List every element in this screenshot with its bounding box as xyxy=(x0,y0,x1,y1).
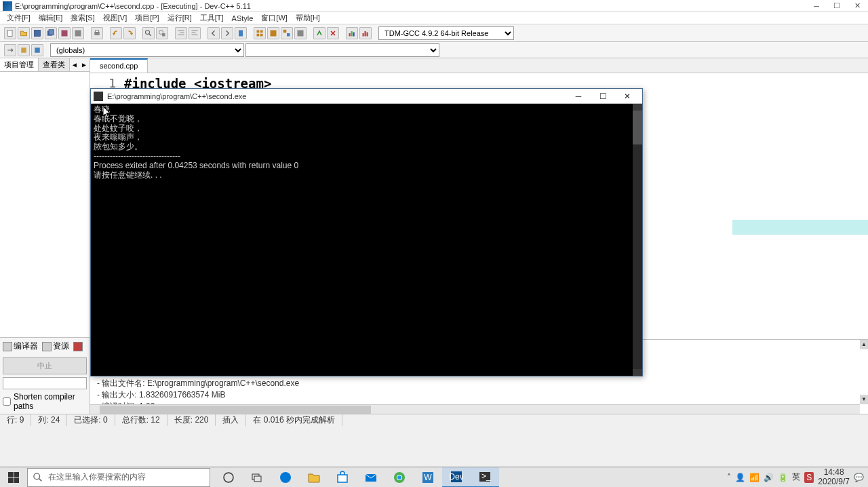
print-button[interactable] xyxy=(91,27,103,39)
close-button[interactable]: ✕ xyxy=(849,1,865,11)
taskbar-search[interactable]: 在这里输入你要搜索的内容 xyxy=(27,468,210,487)
console-maximize-button[interactable]: ☐ xyxy=(591,90,615,103)
devcpp-taskbar-icon[interactable]: Dev xyxy=(442,467,471,488)
sidebar-tab-class[interactable]: 查看类 xyxy=(39,58,70,71)
profile-analysis-button[interactable] xyxy=(359,27,372,39)
console-line: 春晓 xyxy=(94,105,639,115)
sidebar-tabs: 项目管理 查看类 ◄ ► xyxy=(0,58,90,72)
console-close-button[interactable]: ✕ xyxy=(615,90,639,103)
menu-file[interactable]: 文件[F] xyxy=(3,13,35,23)
run-button[interactable] xyxy=(267,27,279,39)
back-button[interactable] xyxy=(18,44,30,56)
compiler-icon xyxy=(3,342,12,351)
start-button[interactable] xyxy=(0,467,27,488)
sidebar-arrow-left[interactable]: ◄ xyxy=(70,58,79,71)
console-scroll-down-icon[interactable] xyxy=(633,369,642,376)
svg-point-35 xyxy=(34,473,40,479)
menu-astyle[interactable]: AStyle xyxy=(228,14,258,22)
tray-people-icon[interactable]: 👤 xyxy=(735,473,745,482)
compile-run-button[interactable] xyxy=(281,27,293,39)
wps-icon[interactable]: W xyxy=(414,467,442,488)
menu-window[interactable]: 窗口[W] xyxy=(257,13,292,23)
statusbar: 行: 9 列: 24 已选择: 0 总行数: 12 长度: 220 插入 在 0… xyxy=(0,414,868,426)
menu-project[interactable]: 项目[P] xyxy=(131,13,163,23)
unindent-button[interactable] xyxy=(189,27,201,39)
explorer-icon[interactable] xyxy=(300,467,328,488)
svg-rect-1 xyxy=(35,30,41,36)
sidebar-tab-project[interactable]: 项目管理 xyxy=(0,58,39,71)
redo-button[interactable] xyxy=(123,27,136,39)
maximize-button[interactable]: ☐ xyxy=(829,1,845,11)
console-icon xyxy=(94,92,103,101)
save-as-button[interactable] xyxy=(58,27,71,39)
svg-point-8 xyxy=(146,30,150,34)
bookmark-toggle-button[interactable] xyxy=(235,27,247,39)
status-ins: 插入 xyxy=(216,414,246,426)
tray-ime-icon[interactable]: 英 xyxy=(792,471,800,483)
stop-button[interactable]: 中止 xyxy=(3,357,87,374)
hscroll-bar[interactable] xyxy=(90,404,860,414)
forward-button[interactable] xyxy=(31,44,43,56)
bookmark-next-button[interactable] xyxy=(221,27,233,39)
profile-button[interactable] xyxy=(346,27,358,39)
close-file-button[interactable] xyxy=(72,27,84,39)
compiler-tab[interactable]: 编译器 xyxy=(3,340,38,352)
task-view-button[interactable] xyxy=(243,467,271,488)
undo-button[interactable] xyxy=(110,27,122,39)
edge-icon[interactable] xyxy=(271,467,300,488)
tray-clock[interactable]: 14:48 2020/9/7 xyxy=(818,468,850,486)
console-line: 请按任意键继续. . . xyxy=(94,171,639,180)
menu-search[interactable]: 搜索[S] xyxy=(66,13,98,23)
console-scroll-thumb[interactable] xyxy=(633,111,642,144)
shorten-checkbox-input[interactable] xyxy=(3,397,11,406)
rebuild-button[interactable] xyxy=(294,27,307,39)
save-all-button[interactable] xyxy=(45,27,57,39)
tray-battery-icon[interactable]: 🔋 xyxy=(778,473,788,482)
tray-up-icon[interactable]: ˄ xyxy=(727,473,731,482)
nav-toolbar: (globals) xyxy=(0,42,868,58)
resource-tab[interactable]: 资源 xyxy=(42,340,69,352)
menu-run[interactable]: 运行[R] xyxy=(163,13,196,23)
replace-button[interactable] xyxy=(156,27,168,39)
file-tab-second[interactable]: second.cpp xyxy=(90,58,148,73)
compile-input[interactable] xyxy=(3,377,87,389)
goto-button[interactable] xyxy=(4,44,16,56)
cortana-button[interactable] xyxy=(214,467,243,488)
find-button[interactable] xyxy=(142,27,155,39)
compiler-select[interactable]: TDM-GCC 4.9.2 64-bit Release xyxy=(378,26,514,40)
compile-button[interactable] xyxy=(254,27,266,39)
tray-volume-icon[interactable]: 🔊 xyxy=(764,473,774,482)
console-scrollbar[interactable] xyxy=(633,104,642,376)
log-icon[interactable] xyxy=(73,342,83,351)
console-taskbar-icon[interactable]: >_ xyxy=(471,467,499,488)
sidebar-arrow-right[interactable]: ► xyxy=(79,58,89,71)
debug-button[interactable] xyxy=(313,27,326,39)
store-icon[interactable] xyxy=(328,467,357,488)
mail-icon[interactable] xyxy=(357,467,385,488)
console-body[interactable]: 春晓 春眠不觉晓， 处处蚊子咬， 夜来嗡嗡声， 脓包知多少。 ---------… xyxy=(91,104,642,376)
minimize-button[interactable]: ─ xyxy=(808,1,825,11)
menu-tools[interactable]: 工具[T] xyxy=(196,13,228,23)
vscroll-up-icon[interactable]: ▲ xyxy=(860,340,868,349)
bookmark-prev-button[interactable] xyxy=(208,27,220,39)
tray-notifications-icon[interactable]: 💬 xyxy=(854,473,864,482)
scope-select[interactable]: (globals) xyxy=(50,43,244,57)
tray-input-icon[interactable]: S xyxy=(804,472,814,483)
vscroll-down-icon[interactable]: ▼ xyxy=(860,395,868,404)
stop-debug-button[interactable] xyxy=(327,27,339,39)
console-scroll-up-icon[interactable] xyxy=(633,104,642,111)
indent-button[interactable] xyxy=(175,27,187,39)
menu-edit[interactable]: 编辑[E] xyxy=(35,13,66,23)
open-button[interactable] xyxy=(18,27,30,39)
hscroll-thumb[interactable] xyxy=(100,406,371,414)
console-minimize-button[interactable]: ─ xyxy=(566,90,591,103)
new-file-button[interactable] xyxy=(4,27,16,39)
shorten-paths-checkbox[interactable]: Shorten compiler paths xyxy=(3,392,87,411)
chrome-icon[interactable] xyxy=(385,467,414,488)
console-titlebar[interactable]: E:\programming\program\C++\second.exe ─ … xyxy=(91,89,642,104)
menu-help[interactable]: 帮助[H] xyxy=(292,13,324,23)
tray-wifi-icon[interactable]: 📶 xyxy=(749,473,760,482)
menu-view[interactable]: 视图[V] xyxy=(99,13,131,23)
save-button[interactable] xyxy=(31,27,43,39)
member-select[interactable] xyxy=(245,43,439,57)
